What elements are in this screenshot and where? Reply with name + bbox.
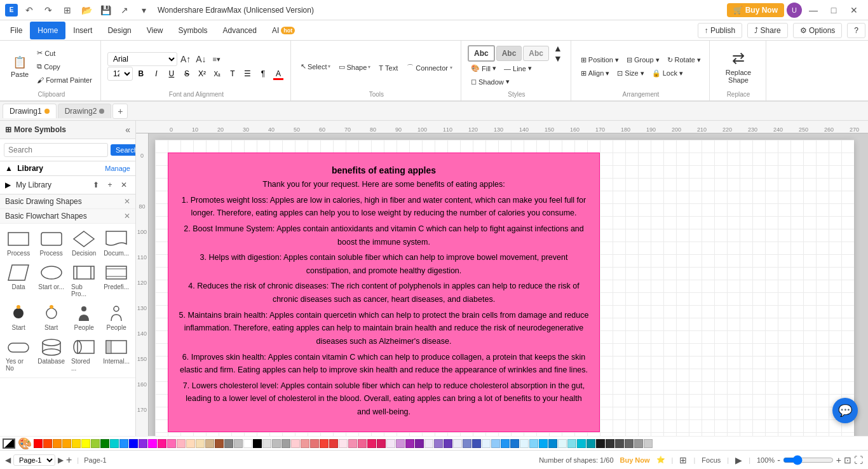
color-swatch[interactable] (139, 439, 147, 448)
color-swatch[interactable] (434, 439, 443, 448)
new-button[interactable]: ⊞ (60, 3, 75, 18)
format-painter-button[interactable]: 🖌 Format Painter (34, 74, 95, 86)
default-colors-button[interactable] (3, 438, 15, 449)
font-color-button[interactable]: A (271, 67, 285, 81)
color-swatch[interactable] (34, 439, 43, 448)
undo-button[interactable]: ↶ (22, 3, 37, 18)
zoom-in-button[interactable]: + (836, 455, 841, 465)
shape-people1[interactable]: People (69, 302, 98, 333)
shape-sub-process[interactable]: Sub Pro... (69, 261, 98, 299)
minimize-button[interactable]: — (804, 1, 822, 19)
align-shapes-button[interactable]: ⊞ Align ▾ (578, 67, 613, 79)
color-swatch[interactable] (529, 439, 538, 448)
add-tab-button[interactable]: + (112, 104, 128, 119)
search-input[interactable] (4, 143, 108, 157)
style-abc1-button[interactable]: Abc (468, 45, 495, 62)
color-swatch[interactable] (482, 439, 491, 448)
focus-button[interactable]: Focus (702, 456, 721, 464)
color-swatch[interactable] (205, 439, 214, 448)
color-swatch[interactable] (606, 439, 614, 448)
color-swatch[interactable] (310, 439, 319, 448)
color-swatch[interactable] (167, 439, 176, 448)
superscript-button[interactable]: X² (195, 67, 209, 81)
color-swatch[interactable] (472, 439, 481, 448)
play-button[interactable]: ▶ (735, 455, 742, 465)
color-swatch[interactable] (281, 439, 290, 448)
menu-advanced[interactable]: Advanced (215, 22, 264, 39)
canvas-page[interactable]: benefits of eating apples Thank you for … (155, 140, 854, 436)
color-swatch[interactable] (634, 439, 643, 448)
color-swatch[interactable] (320, 439, 329, 448)
color-swatch[interactable] (62, 439, 71, 448)
color-swatch[interactable] (186, 439, 195, 448)
menu-ai[interactable]: AI hot (264, 22, 302, 39)
open-button[interactable]: 📂 (79, 3, 94, 18)
menu-design[interactable]: Design (100, 22, 139, 39)
color-swatch[interactable] (558, 439, 567, 448)
replace-shape-button[interactable]: ⇄ Replace Shape (716, 44, 761, 89)
options-button[interactable]: ⚙ Options (793, 23, 843, 38)
menu-symbols[interactable]: Symbols (171, 22, 215, 39)
color-swatch[interactable] (501, 439, 510, 448)
select-button[interactable]: ↖ Select ▾ (297, 57, 334, 76)
more-button[interactable]: ▾ (136, 3, 151, 18)
canvas-workspace[interactable]: 0 80 100 110 120 130 140 150 160 170 (136, 133, 868, 436)
size-button[interactable]: ⊡ Size ▾ (614, 67, 647, 79)
bold-button[interactable]: B (134, 67, 148, 81)
color-swatch[interactable] (215, 439, 224, 448)
shape-start-filled[interactable]: Start (4, 302, 33, 333)
cut-button[interactable]: ✂ Cut (34, 47, 95, 60)
style-abc3-button[interactable]: Abc (523, 46, 549, 61)
shape-process2[interactable]: Process (36, 228, 67, 259)
list-style-button[interactable]: ☰ (241, 67, 255, 81)
fullscreen-button[interactable]: ⛶ (854, 455, 863, 465)
para-spacing-button[interactable]: ¶ (256, 67, 270, 81)
color-swatch[interactable] (129, 439, 138, 448)
decrease-font-button[interactable]: A↓ (194, 53, 208, 65)
style-abc2-button[interactable]: Abc (496, 46, 522, 61)
color-swatch[interactable] (348, 439, 357, 448)
zoom-out-button[interactable]: - (777, 455, 780, 465)
buy-now-button[interactable]: 🛒 Buy Now (727, 3, 784, 17)
fill-button[interactable]: 🎨 Fill ▾ (468, 62, 499, 75)
tab-drawing2[interactable]: Drawing2 (58, 104, 112, 118)
basic-flowchart-close-button[interactable]: ✕ (124, 212, 130, 221)
color-swatch[interactable] (587, 439, 595, 448)
shape-button[interactable]: ▭ Shape ▾ (336, 58, 374, 77)
my-library-add-button[interactable]: + (104, 179, 116, 191)
close-button[interactable]: ✕ (845, 1, 863, 19)
color-swatch[interactable] (119, 439, 128, 448)
search-button[interactable]: Search (111, 144, 136, 156)
font-family-select[interactable]: Arial (107, 52, 177, 66)
layers-button[interactable]: ⊞ (679, 455, 687, 465)
color-swatch[interactable] (148, 439, 157, 448)
shape-data[interactable]: Data (4, 261, 33, 299)
color-swatch[interactable] (110, 439, 119, 448)
font-size-select[interactable]: 12 (107, 67, 133, 81)
help-button[interactable]: ? (847, 23, 865, 38)
color-swatch[interactable] (424, 439, 433, 448)
basic-drawing-close-button[interactable]: ✕ (124, 197, 130, 206)
shape-start-oval[interactable]: Start or... (36, 261, 67, 299)
styles-expand-button[interactable]: ▲▼ (550, 47, 566, 60)
color-swatch[interactable] (301, 439, 309, 448)
paste-button[interactable]: 📋 Paste (8, 48, 32, 86)
content-box[interactable]: benefits of eating apples Thank you for … (168, 153, 600, 432)
color-swatch[interactable] (386, 439, 395, 448)
color-swatch[interactable] (253, 439, 262, 448)
strikethrough-button[interactable]: S (180, 67, 194, 81)
increase-font-button[interactable]: A↑ (179, 53, 193, 65)
shape-database[interactable]: Database (36, 336, 67, 374)
italic-button[interactable]: I (149, 67, 163, 81)
color-swatch[interactable] (329, 439, 338, 448)
menu-file[interactable]: File (3, 22, 30, 39)
color-swatch[interactable] (415, 439, 424, 448)
color-swatch[interactable] (272, 439, 281, 448)
color-swatch[interactable] (367, 439, 376, 448)
color-swatch[interactable] (539, 439, 548, 448)
color-swatch[interactable] (615, 439, 624, 448)
color-swatch[interactable] (405, 439, 414, 448)
color-swatch[interactable] (396, 439, 405, 448)
manage-link[interactable]: Manage (105, 165, 130, 172)
color-swatch[interactable] (291, 439, 300, 448)
